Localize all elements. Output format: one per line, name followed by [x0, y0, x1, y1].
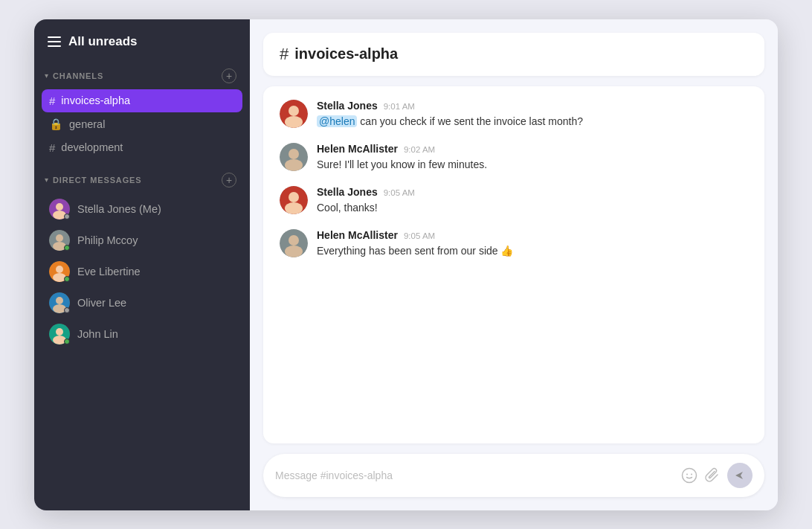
message-text: @helen can you check if we sent the invo… [317, 114, 748, 129]
messages-area: Stella Jones 9:01 AM @helen can you chec… [263, 86, 764, 443]
avatar [49, 261, 70, 282]
svg-point-17 [285, 116, 303, 128]
dm-item-eve[interactable]: Eve Libertine [42, 256, 242, 287]
dm-item-philip[interactable]: Philip Mccoy [42, 225, 242, 256]
message-4: Helen McAllister 9:05 AM Everything has … [280, 229, 748, 259]
avatar [49, 324, 70, 344]
add-channel-button[interactable]: + [222, 68, 236, 83]
svg-point-25 [289, 235, 299, 246]
svg-point-19 [289, 149, 299, 159]
message-time: 9:05 AM [404, 231, 435, 240]
message-author: Helen McAllister [317, 143, 398, 155]
channels-section-header: ▾ CHANNELS + [34, 61, 250, 88]
svg-point-26 [285, 246, 303, 257]
avatar [49, 230, 70, 251]
hash-icon: # [49, 141, 55, 154]
mention-tag: @helen [317, 115, 357, 127]
channels-chevron-icon[interactable]: ▾ [45, 71, 48, 80]
channel-name: development [61, 141, 123, 153]
attachment-icon[interactable] [705, 467, 720, 484]
svg-point-28 [686, 473, 688, 475]
message-author: Stella Jones [317, 100, 378, 112]
sidebar-header: All unreads [34, 19, 250, 61]
channels-label: CHANNELS [53, 71, 103, 80]
status-dot [64, 276, 70, 282]
channel-item-development[interactable]: # development [42, 136, 242, 159]
message-time: 9:01 AM [384, 102, 415, 111]
dm-name: Philip Mccoy [77, 234, 138, 246]
dm-section-header: ▾ DIRECT MESSAGES + [34, 165, 250, 192]
channel-item-general[interactable]: 🔒 general [42, 112, 242, 136]
svg-point-4 [56, 234, 63, 242]
send-button[interactable] [727, 463, 753, 488]
svg-point-1 [56, 203, 63, 211]
message-content: Stella Jones 9:01 AM @helen can you chec… [317, 100, 748, 129]
emoji-icon[interactable] [681, 467, 697, 484]
dm-name: Stella Jones (Me) [77, 203, 161, 215]
svg-point-22 [289, 192, 299, 202]
svg-point-29 [691, 473, 692, 475]
message-text: Everything has been sent from our side 👍 [317, 243, 748, 259]
channel-item-invoices-alpha[interactable]: # invoices-alpha [42, 89, 242, 112]
status-dot [64, 339, 70, 344]
hamburger-icon[interactable] [48, 36, 61, 47]
avatar [280, 143, 308, 171]
svg-point-16 [289, 106, 299, 116]
app-container: All unreads ▾ CHANNELS + # invoices-alph… [34, 19, 778, 510]
chat-channel-name: invoices-alpha [294, 45, 398, 62]
svg-point-27 [683, 468, 697, 482]
avatar [49, 292, 70, 313]
hash-icon: # [49, 94, 55, 107]
message-content: Stella Jones 9:05 AM Cool, thanks! [317, 186, 748, 216]
svg-point-20 [285, 159, 303, 171]
message-input[interactable] [275, 469, 674, 481]
svg-point-10 [56, 297, 63, 304]
status-dot [64, 214, 70, 219]
svg-point-7 [56, 266, 63, 273]
message-time: 9:05 AM [384, 188, 415, 197]
message-time: 9:02 AM [404, 145, 435, 154]
lock-icon: 🔒 [49, 118, 63, 131]
message-text: Sure! I'll let you know in few minutes. [317, 157, 748, 173]
sidebar: All unreads ▾ CHANNELS + # invoices-alph… [34, 19, 250, 510]
dm-name: John Lin [77, 328, 118, 340]
channels-list: # invoices-alpha 🔒 general # development [34, 88, 250, 165]
dm-item-john[interactable]: John Lin [42, 318, 242, 350]
message-author: Helen McAllister [317, 229, 398, 241]
add-dm-button[interactable]: + [222, 173, 236, 187]
svg-point-13 [56, 328, 63, 336]
sidebar-title: All unreads [68, 34, 138, 49]
message-3: Stella Jones 9:05 AM Cool, thanks! [280, 186, 748, 216]
message-author: Stella Jones [317, 186, 378, 198]
status-dot [64, 245, 70, 251]
avatar [280, 229, 308, 257]
status-dot [64, 307, 70, 313]
avatar [280, 186, 308, 214]
dm-list: Stella Jones (Me) Philip Mccoy [34, 192, 250, 356]
dm-item-stella[interactable]: Stella Jones (Me) [42, 193, 242, 225]
chat-header: # invoices-alpha [263, 33, 764, 76]
message-1: Stella Jones 9:01 AM @helen can you chec… [280, 100, 748, 129]
main-chat: # invoices-alpha Stella Jones 9:01 AM @h… [250, 19, 778, 510]
message-content: Helen McAllister 9:02 AM Sure! I'll let … [317, 143, 748, 173]
avatar [280, 100, 308, 128]
message-input-area [263, 454, 764, 497]
dm-item-oliver[interactable]: Oliver Lee [42, 287, 242, 318]
dm-chevron-icon[interactable]: ▾ [45, 176, 48, 184]
message-text: Cool, thanks! [317, 200, 748, 216]
svg-point-23 [285, 202, 303, 214]
channel-name: general [69, 118, 105, 130]
message-content: Helen McAllister 9:05 AM Everything has … [317, 229, 748, 259]
dm-name: Oliver Lee [77, 297, 126, 309]
dm-label: DIRECT MESSAGES [53, 176, 142, 185]
avatar [49, 199, 70, 219]
channel-hash-icon: # [280, 45, 289, 64]
dm-name: Eve Libertine [77, 266, 141, 278]
message-2: Helen McAllister 9:02 AM Sure! I'll let … [280, 143, 748, 173]
channel-name: invoices-alpha [61, 94, 130, 106]
message-body: can you check if we sent the invoice las… [360, 115, 583, 127]
